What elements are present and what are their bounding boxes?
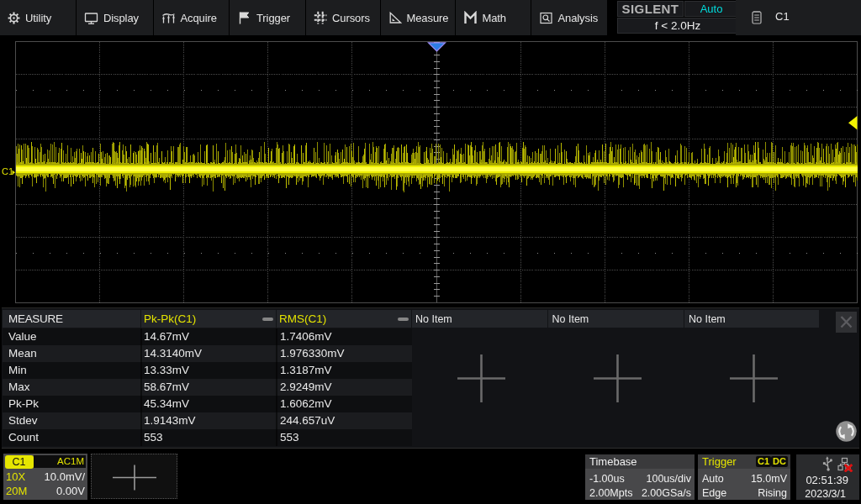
- svg-text:C1: C1: [2, 166, 13, 176]
